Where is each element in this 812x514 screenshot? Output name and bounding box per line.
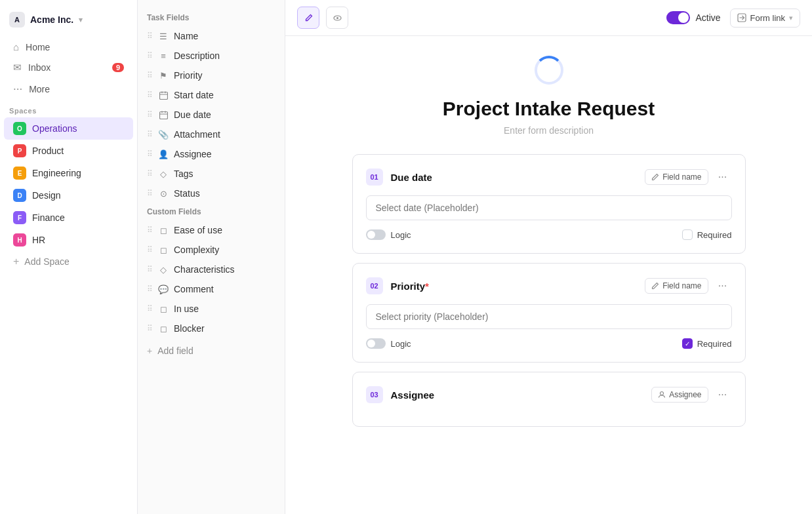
- drag-handle-icon[interactable]: ⠿: [147, 265, 153, 274]
- field-blocker[interactable]: ⠿ ◻ Blocker: [140, 319, 282, 338]
- card-header-due-date: 01 Due date Field name ···: [366, 168, 732, 186]
- custom-fields-label: Custom Fields: [138, 203, 285, 220]
- space-label-product: Product: [32, 146, 64, 156]
- required-label-01: Required: [697, 230, 732, 240]
- space-label-hr: HR: [32, 235, 45, 245]
- field-in-use[interactable]: ⠿ ◻ In use: [140, 299, 282, 319]
- space-item-design[interactable]: D Design: [4, 184, 133, 207]
- svg-rect-4: [159, 111, 167, 119]
- field-complexity-label: Complexity: [174, 245, 219, 255]
- form-link-button[interactable]: Form link ▾: [730, 9, 800, 28]
- drag-handle-icon[interactable]: ⠿: [147, 31, 153, 41]
- due-date-placeholder-input[interactable]: [366, 195, 732, 220]
- space-item-engineering[interactable]: E Engineering: [4, 162, 133, 184]
- fields-panel: Task Fields ⠿ ☰ Name ⠿ ≡ Description ⠿ ⚑…: [138, 0, 285, 514]
- svg-point-12: [660, 392, 664, 395]
- field-name-button-02[interactable]: Field name: [645, 278, 708, 294]
- field-name-button-03[interactable]: Assignee: [651, 387, 708, 403]
- field-comment[interactable]: ⠿ 💬 Comment: [140, 279, 282, 299]
- edit-mode-button[interactable]: [297, 7, 319, 29]
- drag-handle-icon[interactable]: ⠿: [147, 245, 153, 254]
- form-link-label: Form link: [750, 13, 785, 23]
- field-tags[interactable]: ⠿ ◇ Tags: [140, 164, 282, 184]
- drag-handle-icon[interactable]: ⠿: [147, 71, 153, 80]
- drag-handle-icon[interactable]: ⠿: [147, 304, 153, 313]
- required-checkbox-02[interactable]: ✓: [682, 338, 693, 349]
- card-field-assignee: Assignee: [391, 389, 652, 401]
- field-attachment[interactable]: ⠿ 📎 Attachment: [140, 125, 282, 144]
- drag-handle-icon[interactable]: ⠿: [147, 169, 153, 178]
- active-toggle[interactable]: [666, 11, 690, 24]
- logic-mini-toggle-02[interactable]: [366, 338, 386, 349]
- link-icon: [737, 13, 746, 22]
- field-name-button-01[interactable]: Field name: [645, 169, 708, 185]
- space-item-product[interactable]: P Product: [4, 140, 133, 162]
- add-field-button[interactable]: + Add field: [140, 341, 282, 361]
- space-item-hr[interactable]: H HR: [4, 229, 133, 251]
- field-name[interactable]: ⠿ ☰ Name: [140, 26, 282, 46]
- drag-handle-icon[interactable]: ⠿: [147, 226, 153, 235]
- assignee-field-icon: 👤: [158, 149, 169, 159]
- blocker-icon: ◻: [158, 323, 169, 334]
- space-item-finance[interactable]: F Finance: [4, 207, 133, 229]
- more-button-02[interactable]: ···: [714, 277, 732, 295]
- field-tags-label: Tags: [174, 168, 193, 179]
- add-space-button[interactable]: + Add Space: [4, 251, 133, 272]
- priority-field-icon: ⚑: [158, 70, 169, 81]
- spaces-label: Spaces: [0, 100, 137, 117]
- field-due-date[interactable]: ⠿ Due date: [140, 105, 282, 125]
- required-checkbox-01[interactable]: [682, 229, 693, 240]
- start-date-field-icon: [158, 90, 169, 100]
- drag-handle-icon[interactable]: ⠿: [147, 189, 153, 198]
- space-avatar-engineering: E: [13, 167, 26, 180]
- more-button-01[interactable]: ···: [714, 168, 732, 186]
- field-name-label-02: Field name: [662, 281, 701, 290]
- field-assignee[interactable]: ⠿ 👤 Assignee: [140, 144, 282, 164]
- space-label-design: Design: [32, 190, 61, 201]
- field-complexity[interactable]: ⠿ ◻ Complexity: [140, 240, 282, 260]
- field-description[interactable]: ⠿ ≡ Description: [140, 46, 282, 66]
- field-status[interactable]: ⠿ ⊙ Status: [140, 184, 282, 203]
- field-name-label-01: Field name: [662, 172, 701, 182]
- priority-placeholder-input[interactable]: [366, 304, 732, 329]
- main-toolbar: Active Form link ▾: [285, 0, 812, 36]
- nav-more[interactable]: ··· More: [4, 78, 133, 100]
- logic-toggle-02: Logic: [366, 338, 411, 349]
- field-in-use-label: In use: [174, 304, 199, 314]
- form-title: Project Intake Request: [443, 98, 655, 120]
- due-date-field-icon: [158, 109, 169, 120]
- drag-handle-icon[interactable]: ⠿: [147, 149, 153, 159]
- form-card-assignee: 03 Assignee Assignee ···: [352, 372, 746, 427]
- characteristics-icon: ◇: [158, 264, 169, 275]
- space-avatar-product: P: [13, 144, 26, 157]
- drag-handle-icon[interactable]: ⠿: [147, 51, 153, 60]
- field-start-date[interactable]: ⠿ Start date: [140, 85, 282, 105]
- field-ease-of-use[interactable]: ⠿ ◻ Ease of use: [140, 220, 282, 240]
- form-description: Enter form description: [504, 125, 594, 136]
- logic-toggle-01: Logic: [366, 229, 411, 240]
- form-card-priority: 02 Priority* Field name ··· Logic ✓: [352, 263, 746, 363]
- home-icon: ⌂: [13, 41, 19, 52]
- drag-handle-icon[interactable]: ⠿: [147, 285, 153, 294]
- drag-handle-icon[interactable]: ⠿: [147, 324, 153, 333]
- nav-inbox[interactable]: ✉ Inbox 9: [4, 57, 133, 78]
- logic-mini-toggle-01[interactable]: [366, 229, 386, 240]
- preview-mode-button[interactable]: [326, 7, 348, 29]
- loading-spinner: [535, 56, 563, 85]
- app-logo[interactable]: A Acme Inc. ▾: [0, 8, 137, 37]
- field-priority-label: Priority: [174, 70, 203, 81]
- required-check-01: Required: [682, 229, 732, 240]
- field-characteristics[interactable]: ⠿ ◇ Characteristics: [140, 260, 282, 279]
- more-icon: ···: [13, 83, 22, 96]
- more-button-03[interactable]: ···: [714, 386, 732, 404]
- field-priority[interactable]: ⠿ ⚑ Priority: [140, 66, 282, 85]
- ease-of-use-icon: ◻: [158, 225, 169, 235]
- space-item-operations[interactable]: O Operations: [4, 117, 133, 140]
- drag-handle-icon[interactable]: ⠿: [147, 130, 153, 139]
- active-toggle-container: Active: [666, 11, 720, 24]
- chevron-icon: ▾: [79, 16, 83, 24]
- card-num-02: 02: [366, 277, 383, 294]
- drag-handle-icon[interactable]: ⠿: [147, 110, 153, 119]
- nav-home[interactable]: ⌂ Home: [4, 37, 133, 57]
- drag-handle-icon[interactable]: ⠿: [147, 90, 153, 100]
